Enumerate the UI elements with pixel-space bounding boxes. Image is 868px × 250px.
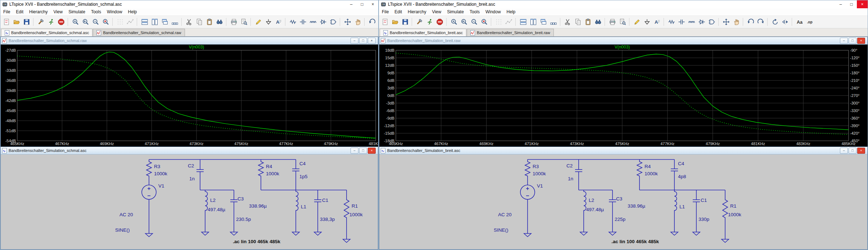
maximize-button[interactable]: □: [846, 0, 857, 8]
mdi-minimize-button[interactable]: –: [351, 148, 358, 154]
component-label-c2[interactable]: C2: [188, 163, 194, 168]
tool-zoom-full[interactable]: [101, 17, 111, 27]
tool-zoom-area[interactable]: [71, 17, 81, 27]
menu-simulate[interactable]: Simulate: [65, 9, 88, 14]
minimize-button[interactable]: –: [835, 0, 846, 8]
tool-zoom-out[interactable]: [469, 17, 479, 27]
tool-wire[interactable]: [632, 17, 642, 27]
tool-arrange-icons[interactable]: [548, 17, 559, 27]
schematic-pane[interactable]: R31000kV1AC 20SINE()C21nL2497.48µC3225pR…: [379, 154, 867, 249]
spice-directive-text[interactable]: .ac lin 100 465k 485k: [233, 239, 281, 244]
tool-mirror[interactable]: [780, 17, 790, 27]
close-button[interactable]: ×: [367, 0, 378, 8]
component-value-r4[interactable]: 1000k: [266, 171, 279, 176]
tool-new-schematic[interactable]: [1, 17, 12, 27]
tool-control-panel[interactable]: [36, 17, 46, 27]
tool-run[interactable]: [425, 17, 435, 27]
component-label-v1[interactable]: V1: [537, 183, 543, 189]
tool-find[interactable]: [214, 17, 225, 27]
tool-zoom-area[interactable]: [449, 17, 459, 27]
menu-view[interactable]: View: [50, 9, 65, 14]
tool-save[interactable]: [22, 17, 32, 27]
tool-zoom-back[interactable]: [459, 17, 469, 27]
tool-redo[interactable]: [377, 17, 378, 27]
tool-zoom-full[interactable]: [479, 17, 489, 27]
component-value-r3[interactable]: 1000k: [533, 171, 546, 176]
tab-waveform[interactable]: Bandbreitenschalter_Simulation_schmal.ra…: [93, 29, 185, 36]
tool-redo[interactable]: [756, 17, 766, 27]
mdi-minimize-button[interactable]: –: [840, 38, 848, 44]
component-value-l1[interactable]: 338.96µ: [628, 203, 645, 209]
component-label-c2[interactable]: C2: [566, 163, 573, 168]
tool-find[interactable]: [593, 17, 603, 27]
tool-open[interactable]: [12, 17, 22, 27]
menu-view[interactable]: View: [429, 9, 444, 14]
tool-drag[interactable]: [731, 17, 741, 27]
tool-save[interactable]: [400, 17, 410, 27]
component-label-c1[interactable]: C1: [322, 198, 328, 203]
component-value-c3[interactable]: 230.5p: [236, 217, 251, 222]
component-label-c3[interactable]: C3: [238, 196, 244, 202]
component-value-c1[interactable]: 330p: [699, 217, 709, 222]
component-value-l2[interactable]: 497.48µ: [586, 207, 604, 212]
tool-drag[interactable]: [353, 17, 363, 27]
titlebar[interactable]: LTspice XVII - Bandbreitenschalter_Simul…: [0, 0, 378, 8]
component-value-l2[interactable]: 497.48µ: [208, 207, 225, 212]
tool-undo[interactable]: [367, 17, 377, 27]
maximize-button[interactable]: □: [357, 0, 367, 8]
component-value-v1-ac[interactable]: AC 20: [119, 212, 133, 217]
component-label-r1[interactable]: R1: [352, 203, 358, 209]
tool-ground[interactable]: [263, 17, 273, 27]
tool-ground[interactable]: [642, 17, 652, 27]
tool-text[interactable]: Aa: [795, 17, 805, 27]
schematic-titlebar[interactable]: Bandbreitenschalter_Simulation_schmal.as…: [1, 147, 378, 154]
tool-tile-vertical[interactable]: [150, 17, 160, 27]
tool-cut[interactable]: [184, 17, 194, 27]
component-label-r1[interactable]: R1: [730, 203, 736, 209]
tool-label[interactable]: A: [652, 17, 662, 27]
component-value-r1[interactable]: 1000k: [349, 212, 363, 217]
menu-tools[interactable]: Tools: [88, 9, 104, 14]
component-label-v1[interactable]: V1: [158, 183, 164, 189]
menu-file[interactable]: File: [0, 9, 13, 14]
tool-tile-horizontal[interactable]: [518, 17, 528, 27]
close-button[interactable]: ×: [857, 0, 868, 8]
tool-capacitor[interactable]: [298, 17, 308, 27]
tool-resistor[interactable]: [288, 17, 298, 27]
tool-control-panel[interactable]: [415, 17, 425, 27]
menu-hierarchy[interactable]: Hierarchy: [405, 9, 429, 14]
tool-cascade[interactable]: [538, 17, 548, 27]
tab-schematic[interactable]: Bandbreitenschalter_Simulation_breit.asc: [380, 29, 466, 36]
tool-zoom-back[interactable]: [81, 17, 91, 27]
tool-halt[interactable]: [435, 17, 445, 27]
tool-component[interactable]: [707, 17, 717, 27]
tool-inductor[interactable]: [308, 17, 318, 27]
component-label-r4[interactable]: R4: [266, 164, 272, 169]
component-value-r4[interactable]: 1000k: [645, 171, 658, 176]
tool-print-preview[interactable]: [239, 17, 249, 27]
tool-rotate[interactable]: [770, 17, 780, 27]
menu-edit[interactable]: Edit: [13, 9, 26, 14]
tool-grid[interactable]: [494, 17, 504, 27]
tab-schematic[interactable]: Bandbreitenschalter_Simulation_schmal.as…: [1, 29, 92, 36]
tool-new-schematic[interactable]: [380, 17, 390, 27]
tool-cut[interactable]: [563, 17, 573, 27]
component-label-l2[interactable]: L2: [210, 198, 216, 203]
menu-file[interactable]: File: [379, 9, 392, 14]
waveform-titlebar[interactable]: Bandbreitenschalter_Simulation_schmal.ra…: [1, 37, 378, 45]
component-label-c1[interactable]: C1: [701, 198, 707, 203]
component-label-l1[interactable]: L1: [679, 204, 685, 209]
spice-directive-text[interactable]: .ac lin 100 465k 485k: [611, 239, 659, 244]
tool-print[interactable]: [229, 17, 239, 27]
menu-help[interactable]: Help: [504, 9, 519, 14]
minimize-button[interactable]: –: [346, 0, 357, 8]
tool-open[interactable]: [390, 17, 400, 27]
tool-resistor[interactable]: [666, 17, 677, 27]
tool-paste[interactable]: [583, 17, 593, 27]
tool-tile-vertical[interactable]: [528, 17, 538, 27]
component-value-v1-ac[interactable]: AC 20: [498, 212, 512, 217]
tool-arrange-icons[interactable]: [170, 17, 180, 27]
component-label-c4[interactable]: C4: [678, 161, 684, 166]
tool-run[interactable]: [46, 17, 56, 27]
tab-waveform[interactable]: Bandbreitenschalter_Simulation_breit.raw: [467, 29, 554, 36]
